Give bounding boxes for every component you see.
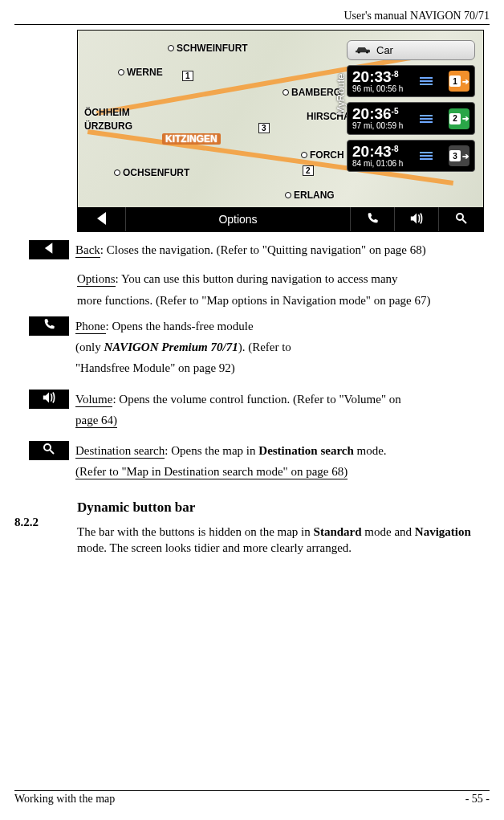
signal-icon — [420, 152, 433, 160]
content-column: 1 3 2 SCHWEINFURT WERNE ÖCHHEIM ÜRZBURG … — [77, 30, 490, 556]
route-label-1: 1 — [182, 71, 193, 81]
toolbar: Options — [78, 207, 483, 231]
volume-button-graphic — [29, 390, 69, 409]
route-chip: 2➔ — [449, 108, 469, 129]
desc-row-volume: Volume: Opens the volume control functio… — [29, 390, 490, 434]
destination-description: Destination search: Opens the map in Des… — [75, 441, 387, 485]
route-chip: 1➔ — [449, 71, 469, 92]
toolbar-back-button[interactable] — [78, 207, 126, 231]
city-label: ÜRZBURG — [84, 120, 132, 132]
term-destination: Destination search — [75, 444, 165, 459]
route-label-3: 3 — [258, 123, 270, 133]
city-label: FORCH — [301, 149, 344, 161]
toolbar-options-button[interactable]: Options — [126, 207, 351, 231]
city-label: BAMBERG — [282, 87, 341, 98]
back-triangle-icon — [44, 243, 54, 257]
route-chip: 3➔ — [449, 145, 469, 166]
phone-description: Phone: Opens the hands-free module (only… — [75, 316, 291, 381]
toolbar-options-label: Options — [218, 213, 257, 226]
search-button-graphic — [29, 441, 69, 460]
magnifier-icon — [43, 443, 55, 459]
signal-icon — [420, 115, 433, 123]
volume-description: Volume: Opens the volume control functio… — [75, 390, 401, 434]
route-times: 20:33-8 96 mi, 00:56 h — [352, 69, 403, 93]
volume-icon — [408, 212, 425, 227]
svg-point-2 — [457, 214, 463, 220]
manual-title: User's manual NAVIGON 70/71 — [343, 10, 490, 22]
svg-point-0 — [358, 51, 360, 54]
magnifier-icon — [455, 212, 468, 227]
device-screenshot: 1 3 2 SCHWEINFURT WERNE ÖCHHEIM ÜRZBURG … — [77, 30, 484, 232]
footer-chapter: Working with the map — [14, 793, 115, 806]
arrow-right-icon: ➔ — [462, 77, 469, 86]
arrow-right-icon: ➔ — [462, 114, 469, 123]
route-times: 20:36-5 97 mi, 00:59 h — [352, 106, 403, 130]
city-label: ERLANG — [285, 190, 335, 201]
term-back: Back — [75, 243, 100, 258]
city-label: ÖCHHEIM — [84, 107, 130, 118]
profile-label: Car — [376, 44, 393, 56]
myroute-label: MyRoute — [335, 73, 347, 115]
options-description: Options: You can use this button during … — [77, 271, 490, 287]
toolbar-volume-button[interactable] — [395, 207, 439, 231]
phone-button-graphic — [29, 316, 69, 336]
profile-pill[interactable]: Car — [347, 40, 475, 60]
options-description-cont: more functions. (Refer to "Map options i… — [77, 292, 490, 308]
running-footer: Working with the map - 55 - — [14, 790, 490, 806]
svg-point-3 — [44, 444, 51, 451]
volume-icon — [41, 391, 57, 407]
route-card[interactable]: 20:36-5 97 mi, 00:59 h 2➔ — [347, 102, 475, 134]
running-header: User's manual NAVIGON 70/71 — [14, 10, 490, 25]
route-label-2: 2 — [303, 165, 314, 176]
back-triangle-icon — [96, 212, 108, 227]
route-card[interactable]: 20:33-8 96 mi, 00:56 h 1➔ — [347, 65, 475, 97]
phone-icon — [366, 212, 379, 227]
svg-point-1 — [366, 51, 368, 54]
city-label: OCHSENFURT — [114, 167, 189, 178]
footer-page-number: - 55 - — [465, 793, 490, 806]
car-icon — [354, 43, 372, 57]
term-phone: Phone — [75, 320, 106, 334]
section-number: 8.2.2 — [14, 516, 39, 529]
route-panel: Car MyRoute 20:33-8 96 mi, 00:56 h 1➔ 2 — [347, 40, 475, 172]
route-times: 20:43-8 84 mi, 01:06 h — [352, 144, 403, 168]
section-title: Dynamic button bar — [77, 500, 490, 516]
arrow-right-icon: ➔ — [462, 152, 469, 161]
city-label-selected: KITZINGEN — [162, 133, 221, 145]
route-card[interactable]: 20:43-8 84 mi, 01:06 h 3➔ — [347, 140, 475, 172]
desc-row-destination: Destination search: Opens the map in Des… — [29, 441, 490, 485]
back-button-graphic — [29, 240, 69, 259]
section-body: The bar with the buttons is hidden on th… — [77, 524, 490, 557]
page: User's manual NAVIGON 70/71 1 3 2 SCHWEI… — [0, 0, 504, 820]
desc-row-back: Back: Closes the navigation. (Refer to "… — [29, 240, 490, 263]
phone-icon — [43, 318, 55, 334]
model-name: NAVIGON Premium 70/71 — [104, 341, 238, 353]
term-options: Options — [77, 272, 116, 287]
toolbar-search-button[interactable] — [439, 207, 483, 231]
toolbar-phone-button[interactable] — [351, 207, 395, 231]
back-description: Back: Closes the navigation. (Refer to "… — [75, 242, 426, 258]
city-label: SCHWEINFURT — [168, 43, 248, 54]
desc-row-phone: Phone: Opens the hands-free module (only… — [29, 316, 490, 381]
term-volume: Volume — [75, 393, 112, 407]
city-label: WERNE — [118, 67, 163, 78]
signal-icon — [420, 77, 433, 85]
